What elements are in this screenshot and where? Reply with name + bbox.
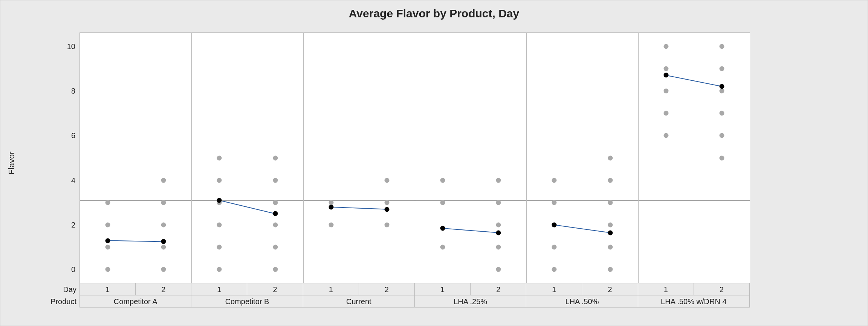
data-point xyxy=(105,245,110,250)
data-point xyxy=(608,155,613,160)
panel-separator xyxy=(303,33,304,283)
mean-point xyxy=(273,211,278,216)
svg-line-3 xyxy=(443,228,498,233)
panel-separator xyxy=(638,33,639,283)
data-point xyxy=(161,267,166,272)
x-tick-product: Current xyxy=(303,295,415,307)
y-tick-label: 4 xyxy=(71,176,75,185)
data-point xyxy=(161,200,166,205)
data-point xyxy=(273,200,278,205)
x-tick-day: 1 xyxy=(415,283,471,295)
svg-line-2 xyxy=(331,207,387,209)
y-tick-label: 8 xyxy=(71,86,75,95)
x-tick-day: 1 xyxy=(191,283,247,295)
x-tick-day: 2 xyxy=(471,283,526,295)
data-point xyxy=(105,223,110,228)
y-tick-label: 0 xyxy=(71,265,75,274)
data-point xyxy=(608,267,613,272)
data-point xyxy=(273,267,278,272)
y-tick-label: 6 xyxy=(71,131,75,140)
data-point xyxy=(663,111,668,116)
data-point xyxy=(273,155,278,160)
data-point xyxy=(552,267,557,272)
y-tick-label: 2 xyxy=(71,221,75,229)
data-point xyxy=(161,245,166,250)
data-point xyxy=(663,133,668,138)
mean-point xyxy=(384,207,389,212)
data-point xyxy=(608,178,613,183)
x-tick-product: LHA .50% xyxy=(526,295,638,307)
mean-point xyxy=(440,226,445,231)
svg-line-4 xyxy=(554,225,610,233)
data-point xyxy=(217,245,222,250)
data-point xyxy=(608,245,613,250)
x-row-label-day: Day xyxy=(31,283,76,295)
data-point xyxy=(496,223,501,228)
data-point xyxy=(496,245,501,250)
data-point xyxy=(217,178,222,183)
data-point xyxy=(440,178,445,183)
data-point xyxy=(440,200,445,205)
data-point xyxy=(608,200,613,205)
data-point xyxy=(719,88,724,93)
data-point xyxy=(273,245,278,250)
x-tick-day: 1 xyxy=(303,283,359,295)
data-point xyxy=(440,245,445,250)
chart-title: Average Flavor by Product, Day xyxy=(0,7,868,20)
panel-separator xyxy=(526,33,527,283)
data-point xyxy=(719,66,724,71)
mean-point xyxy=(161,239,166,244)
y-axis-label: Flavor xyxy=(7,151,17,174)
x-tick-day: 1 xyxy=(638,283,694,295)
y-tick-label: 10 xyxy=(67,42,75,51)
mean-point xyxy=(552,223,557,228)
data-point xyxy=(105,267,110,272)
data-point xyxy=(105,200,110,205)
data-point xyxy=(663,66,668,71)
mean-point xyxy=(608,230,613,235)
data-point xyxy=(217,223,222,228)
panel-separator xyxy=(191,33,192,283)
data-point xyxy=(719,44,724,49)
data-point xyxy=(217,155,222,160)
data-point xyxy=(161,178,166,183)
data-point xyxy=(384,200,389,205)
data-point xyxy=(552,245,557,250)
data-point xyxy=(719,133,724,138)
x-tick-day: 1 xyxy=(526,283,582,295)
data-point xyxy=(161,223,166,228)
svg-line-0 xyxy=(108,241,164,242)
x-tick-day: 2 xyxy=(248,283,303,295)
data-point xyxy=(329,223,333,228)
x-tick-product: LHA .25% xyxy=(415,295,526,307)
x-row-label-product: Product xyxy=(31,295,76,308)
svg-line-1 xyxy=(219,200,275,214)
data-point xyxy=(496,267,501,272)
x-tick-product: Competitor A xyxy=(80,295,191,307)
x-axis-day-row: 121212121212 xyxy=(79,283,750,295)
mean-point xyxy=(105,238,110,243)
data-point xyxy=(496,200,501,205)
svg-line-5 xyxy=(666,75,722,86)
mean-point xyxy=(663,73,668,78)
data-point xyxy=(273,223,278,228)
x-tick-day: 1 xyxy=(80,283,136,295)
mean-point xyxy=(496,230,501,235)
data-point xyxy=(552,200,557,205)
data-point xyxy=(719,111,724,116)
x-tick-day: 2 xyxy=(694,283,750,295)
x-tick-product: LHA .50% w/DRN 4 xyxy=(638,295,750,307)
data-point xyxy=(273,178,278,183)
mean-point xyxy=(217,198,222,203)
chart-container: Average Flavor by Product, Day Flavor 02… xyxy=(0,0,868,326)
data-point xyxy=(663,44,668,49)
data-point xyxy=(217,267,222,272)
data-point xyxy=(384,178,389,183)
x-tick-product: Competitor B xyxy=(191,295,303,307)
x-tick-day: 2 xyxy=(359,283,415,295)
mean-point xyxy=(329,205,333,209)
data-point xyxy=(608,223,613,228)
panel-separator xyxy=(415,33,415,283)
x-tick-day: 2 xyxy=(582,283,638,295)
data-point xyxy=(663,88,668,93)
